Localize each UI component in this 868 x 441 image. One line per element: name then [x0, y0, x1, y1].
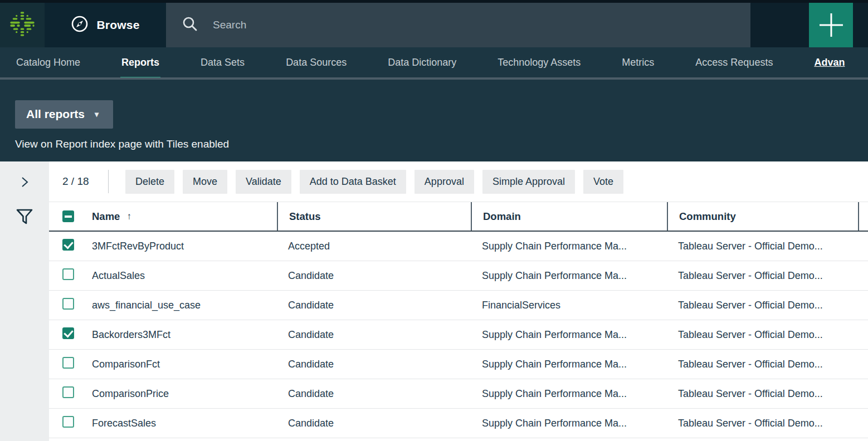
- row-checkbox-cell: [49, 327, 92, 342]
- nav-tab-reports[interactable]: Reports: [120, 47, 160, 77]
- domain-cell: FinancialServices: [471, 300, 667, 311]
- name-cell[interactable]: aws_financial_use_case: [92, 300, 277, 311]
- table-row: aws_financial_use_caseCandidateFinancial…: [49, 291, 868, 320]
- status-cell: Candidate: [277, 388, 471, 400]
- report-view-header: All reports ▾ View on Report index page …: [0, 80, 868, 161]
- row-checkbox[interactable]: [62, 268, 74, 280]
- domain-cell: Supply Chain Performance Ma...: [471, 359, 667, 370]
- view-selector-dropdown[interactable]: All reports ▾: [15, 100, 113, 129]
- bulk-action-toolbar: 2 / 18 DeleteMoveValidateAdd to Data Bas…: [49, 161, 868, 202]
- status-cell: Candidate: [277, 270, 471, 282]
- toolbar-divider: [108, 170, 109, 193]
- table-row: ComparisonPriceCandidateSupply Chain Per…: [49, 379, 868, 409]
- domain-cell: Supply Chain Performance Ma...: [471, 329, 667, 341]
- table-row: ForecastSalesCandidateSupply Chain Perfo…: [49, 409, 868, 438]
- status-cell: Candidate: [277, 359, 471, 370]
- column-header-domain[interactable]: Domain: [471, 202, 667, 231]
- table-header-row: Name ↑ Status Domain Community: [49, 202, 868, 232]
- magnifier-icon: [182, 16, 198, 35]
- column-header-community[interactable]: Community: [667, 202, 858, 231]
- table-row: ComparisonFctCandidateSupply Chain Perfo…: [49, 350, 868, 379]
- toolbar-buttons: DeleteMoveValidateAdd to Data BasketAppr…: [125, 170, 632, 194]
- name-cell[interactable]: 3MFctRevByProduct: [92, 241, 277, 252]
- domain-cell: Supply Chain Performance Ma...: [471, 418, 667, 429]
- nav-tab-metrics[interactable]: Metrics: [621, 47, 655, 77]
- row-checkbox-cell: [49, 357, 92, 371]
- column-header-end: [858, 202, 868, 231]
- search-input[interactable]: [213, 19, 750, 31]
- browse-label: Browse: [96, 18, 139, 32]
- nav-tab-catalog-home[interactable]: Catalog Home: [15, 47, 81, 77]
- delete-button[interactable]: Delete: [125, 170, 174, 194]
- name-cell[interactable]: Backorders3MFct: [92, 329, 277, 341]
- nav-tab-data-dictionary[interactable]: Data Dictionary: [387, 47, 457, 77]
- table-row: ActualSalesCandidateSupply Chain Perform…: [49, 261, 868, 291]
- name-cell[interactable]: ComparisonPrice: [92, 388, 277, 400]
- chevron-down-icon: ▾: [95, 110, 99, 119]
- status-cell: Candidate: [277, 329, 471, 341]
- browse-button[interactable]: Browse: [45, 3, 166, 47]
- table-body: 3MFctRevByProductAcceptedSupply Chain Pe…: [49, 232, 868, 438]
- sort-ascending-icon: ↑: [126, 211, 131, 222]
- column-header-status[interactable]: Status: [277, 202, 471, 231]
- community-cell: Tableau Server - Official Demo...: [667, 359, 858, 370]
- filter-icon[interactable]: [15, 207, 34, 228]
- select-all-checkbox[interactable]: [62, 210, 74, 222]
- row-checkbox-cell: [49, 386, 92, 401]
- primary-nav: Catalog HomeReportsData SetsData Sources…: [0, 47, 868, 80]
- status-cell: Candidate: [277, 300, 471, 311]
- topbar-spacer: [750, 3, 809, 47]
- domain-cell: Supply Chain Performance Ma...: [471, 241, 667, 252]
- row-checkbox[interactable]: [62, 298, 74, 310]
- top-bar: Browse: [0, 0, 868, 47]
- row-checkbox[interactable]: [62, 357, 74, 369]
- page-body: 2 / 18 DeleteMoveValidateAdd to Data Bas…: [0, 161, 868, 441]
- row-checkbox-cell: [49, 239, 92, 253]
- main-content: 2 / 18 DeleteMoveValidateAdd to Data Bas…: [49, 161, 868, 441]
- status-cell: Candidate: [277, 418, 471, 429]
- community-cell: Tableau Server - Official Demo...: [667, 329, 858, 341]
- add-button[interactable]: [809, 3, 853, 47]
- app-logo[interactable]: [0, 3, 45, 47]
- nav-tab-access-requests[interactable]: Access Requests: [694, 47, 774, 77]
- row-checkbox[interactable]: [62, 416, 74, 428]
- community-cell: Tableau Server - Official Demo...: [667, 241, 858, 252]
- community-cell: Tableau Server - Official Demo...: [667, 418, 858, 429]
- search-bar: [166, 3, 750, 47]
- row-checkbox[interactable]: [62, 386, 74, 398]
- domain-cell: Supply Chain Performance Ma...: [471, 270, 667, 282]
- community-cell: Tableau Server - Official Demo...: [667, 300, 858, 311]
- view-selector-label: All reports: [26, 107, 85, 121]
- move-button[interactable]: Move: [183, 170, 227, 194]
- column-header-name[interactable]: Name ↑: [92, 202, 277, 231]
- row-checkbox[interactable]: [62, 327, 74, 339]
- table-row: 3MFctRevByProductAcceptedSupply Chain Pe…: [49, 232, 868, 261]
- plus-icon: [820, 13, 843, 37]
- selection-count: 2 / 18: [62, 175, 108, 188]
- row-checkbox-cell: [49, 268, 92, 283]
- filter-sidebar: [0, 161, 49, 441]
- compass-icon: [71, 15, 89, 36]
- nav-tab-advan[interactable]: Advan: [813, 47, 846, 77]
- table-row: Backorders3MFctCandidateSupply Chain Per…: [49, 320, 868, 350]
- view-caption: View on Report index page with Tiles ena…: [15, 138, 868, 150]
- nav-tab-technology-assets[interactable]: Technology Assets: [496, 47, 582, 77]
- row-checkbox-cell: [49, 416, 92, 430]
- vote-button[interactable]: Vote: [583, 170, 623, 194]
- row-checkbox[interactable]: [62, 239, 74, 251]
- nav-tab-data-sets[interactable]: Data Sets: [199, 47, 246, 77]
- name-cell[interactable]: ActualSales: [92, 270, 277, 282]
- validate-button[interactable]: Validate: [236, 170, 291, 194]
- nav-tab-data-sources[interactable]: Data Sources: [285, 47, 348, 77]
- domain-cell: Supply Chain Performance Ma...: [471, 388, 667, 400]
- expand-sidebar-button[interactable]: [18, 176, 31, 190]
- add-to-data-basket-button[interactable]: Add to Data Basket: [300, 170, 406, 194]
- name-cell[interactable]: ForecastSales: [92, 418, 277, 429]
- reports-table: Name ↑ Status Domain Community 3MFctRevB…: [49, 202, 868, 438]
- select-all-cell: [49, 202, 92, 231]
- approval-button[interactable]: Approval: [415, 170, 474, 194]
- collibra-logo-icon: [8, 9, 37, 41]
- simple-approval-button[interactable]: Simple Approval: [482, 170, 575, 194]
- name-cell[interactable]: ComparisonFct: [92, 359, 277, 370]
- row-checkbox-cell: [49, 298, 92, 312]
